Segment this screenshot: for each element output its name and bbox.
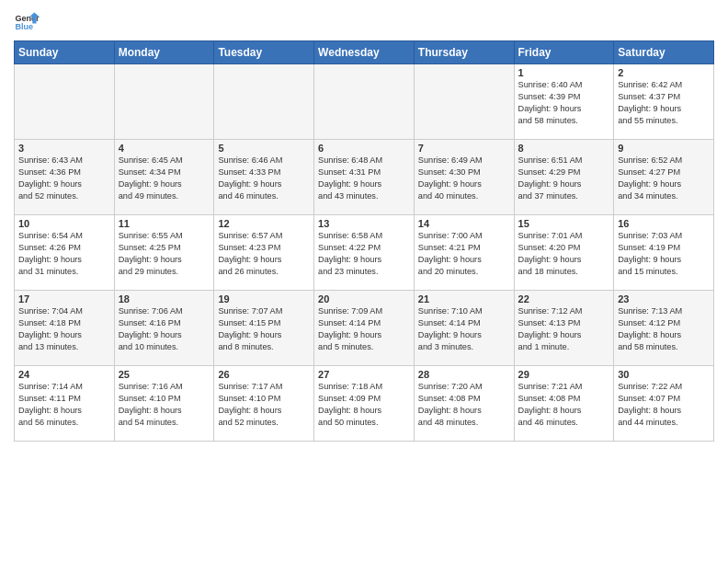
day-number: 1	[518, 67, 610, 78]
header: General Blue	[14, 9, 714, 35]
day-number: 7	[418, 143, 510, 154]
day-number: 10	[18, 218, 110, 229]
day-number: 8	[518, 143, 610, 154]
calendar-cell: 26Sunrise: 7:17 AM Sunset: 4:10 PM Dayli…	[214, 366, 314, 442]
day-number: 19	[218, 293, 310, 304]
day-number: 18	[119, 293, 210, 304]
calendar-cell: 15Sunrise: 7:01 AM Sunset: 4:20 PM Dayli…	[514, 215, 614, 291]
calendar-cell: 6Sunrise: 6:48 AM Sunset: 4:31 PM Daylig…	[314, 140, 415, 215]
calendar-cell	[414, 64, 514, 140]
day-number: 13	[318, 218, 410, 229]
calendar-cell: 20Sunrise: 7:09 AM Sunset: 4:14 PM Dayli…	[314, 291, 415, 366]
day-info: Sunrise: 6:51 AM Sunset: 4:29 PM Dayligh…	[518, 155, 610, 202]
day-number: 2	[618, 67, 710, 78]
day-number: 22	[518, 293, 610, 304]
day-number: 26	[218, 369, 310, 380]
page: General Blue SundayMondayTuesdayWednesda…	[0, 0, 728, 563]
day-info: Sunrise: 6:54 AM Sunset: 4:26 PM Dayligh…	[18, 230, 110, 278]
day-number: 3	[18, 143, 110, 154]
day-info: Sunrise: 6:52 AM Sunset: 4:27 PM Dayligh…	[618, 155, 710, 202]
day-info: Sunrise: 7:16 AM Sunset: 4:10 PM Dayligh…	[119, 381, 210, 429]
day-info: Sunrise: 7:04 AM Sunset: 4:18 PM Dayligh…	[18, 305, 110, 353]
calendar-cell: 16Sunrise: 7:03 AM Sunset: 4:19 PM Dayli…	[614, 215, 714, 291]
calendar-cell: 14Sunrise: 7:00 AM Sunset: 4:21 PM Dayli…	[414, 215, 514, 291]
weekday-header-friday: Friday	[514, 41, 614, 64]
day-number: 21	[418, 293, 510, 304]
day-info: Sunrise: 6:45 AM Sunset: 4:34 PM Dayligh…	[119, 155, 210, 202]
calendar-cell: 25Sunrise: 7:16 AM Sunset: 4:10 PM Dayli…	[114, 366, 214, 442]
day-number: 27	[318, 369, 410, 380]
calendar-cell: 17Sunrise: 7:04 AM Sunset: 4:18 PM Dayli…	[15, 291, 115, 366]
day-info: Sunrise: 6:46 AM Sunset: 4:33 PM Dayligh…	[218, 155, 310, 202]
day-number: 12	[218, 218, 310, 229]
day-info: Sunrise: 6:43 AM Sunset: 4:36 PM Dayligh…	[18, 155, 110, 202]
calendar-cell: 23Sunrise: 7:13 AM Sunset: 4:12 PM Dayli…	[614, 291, 714, 366]
day-info: Sunrise: 7:18 AM Sunset: 4:09 PM Dayligh…	[318, 381, 410, 429]
calendar-cell: 7Sunrise: 6:49 AM Sunset: 4:30 PM Daylig…	[414, 140, 514, 215]
day-info: Sunrise: 6:42 AM Sunset: 4:37 PM Dayligh…	[618, 79, 710, 127]
calendar-cell: 5Sunrise: 6:46 AM Sunset: 4:33 PM Daylig…	[214, 140, 314, 215]
calendar-cell: 28Sunrise: 7:20 AM Sunset: 4:08 PM Dayli…	[414, 366, 514, 442]
calendar-cell	[314, 64, 415, 140]
day-info: Sunrise: 6:49 AM Sunset: 4:30 PM Dayligh…	[418, 155, 510, 202]
calendar-cell	[114, 64, 214, 140]
day-info: Sunrise: 7:00 AM Sunset: 4:21 PM Dayligh…	[418, 230, 510, 278]
calendar-cell: 19Sunrise: 7:07 AM Sunset: 4:15 PM Dayli…	[214, 291, 314, 366]
day-number: 9	[618, 143, 710, 154]
weekday-header-thursday: Thursday	[414, 41, 514, 64]
day-number: 23	[618, 293, 710, 304]
day-number: 28	[418, 369, 510, 380]
calendar-cell: 12Sunrise: 6:57 AM Sunset: 4:23 PM Dayli…	[214, 215, 314, 291]
day-info: Sunrise: 7:22 AM Sunset: 4:07 PM Dayligh…	[618, 381, 710, 429]
day-number: 29	[518, 369, 610, 380]
day-number: 14	[418, 218, 510, 229]
day-number: 17	[18, 293, 110, 304]
calendar-cell: 2Sunrise: 6:42 AM Sunset: 4:37 PM Daylig…	[614, 64, 714, 140]
calendar-cell: 9Sunrise: 6:52 AM Sunset: 4:27 PM Daylig…	[614, 140, 714, 215]
day-info: Sunrise: 7:20 AM Sunset: 4:08 PM Dayligh…	[418, 381, 510, 429]
calendar-cell: 11Sunrise: 6:55 AM Sunset: 4:25 PM Dayli…	[114, 215, 214, 291]
day-info: Sunrise: 7:12 AM Sunset: 4:13 PM Dayligh…	[518, 305, 610, 353]
day-info: Sunrise: 7:07 AM Sunset: 4:15 PM Dayligh…	[218, 305, 310, 353]
calendar-cell: 1Sunrise: 6:40 AM Sunset: 4:39 PM Daylig…	[514, 64, 614, 140]
day-info: Sunrise: 7:10 AM Sunset: 4:14 PM Dayligh…	[418, 305, 510, 353]
day-info: Sunrise: 7:03 AM Sunset: 4:19 PM Dayligh…	[618, 230, 710, 278]
day-number: 5	[218, 143, 310, 154]
day-info: Sunrise: 6:57 AM Sunset: 4:23 PM Dayligh…	[218, 230, 310, 278]
weekday-header-wednesday: Wednesday	[314, 41, 415, 64]
weekday-header-tuesday: Tuesday	[214, 41, 314, 64]
day-number: 6	[318, 143, 410, 154]
day-number: 11	[119, 218, 210, 229]
day-info: Sunrise: 7:21 AM Sunset: 4:08 PM Dayligh…	[518, 381, 610, 429]
day-info: Sunrise: 6:48 AM Sunset: 4:31 PM Dayligh…	[318, 155, 410, 202]
calendar-cell: 21Sunrise: 7:10 AM Sunset: 4:14 PM Dayli…	[414, 291, 514, 366]
day-number: 24	[18, 369, 110, 380]
logo-icon: General Blue	[14, 9, 40, 35]
day-number: 20	[318, 293, 410, 304]
calendar-cell: 22Sunrise: 7:12 AM Sunset: 4:13 PM Dayli…	[514, 291, 614, 366]
calendar-cell: 13Sunrise: 6:58 AM Sunset: 4:22 PM Dayli…	[314, 215, 415, 291]
calendar-cell: 30Sunrise: 7:22 AM Sunset: 4:07 PM Dayli…	[614, 366, 714, 442]
day-info: Sunrise: 7:09 AM Sunset: 4:14 PM Dayligh…	[318, 305, 410, 353]
calendar: SundayMondayTuesdayWednesdayThursdayFrid…	[14, 40, 714, 442]
day-info: Sunrise: 6:40 AM Sunset: 4:39 PM Dayligh…	[518, 79, 610, 127]
day-info: Sunrise: 6:55 AM Sunset: 4:25 PM Dayligh…	[119, 230, 210, 278]
calendar-cell: 18Sunrise: 7:06 AM Sunset: 4:16 PM Dayli…	[114, 291, 214, 366]
weekday-header-sunday: Sunday	[15, 41, 115, 64]
calendar-cell: 8Sunrise: 6:51 AM Sunset: 4:29 PM Daylig…	[514, 140, 614, 215]
day-number: 15	[518, 218, 610, 229]
day-info: Sunrise: 6:58 AM Sunset: 4:22 PM Dayligh…	[318, 230, 410, 278]
calendar-cell: 24Sunrise: 7:14 AM Sunset: 4:11 PM Dayli…	[15, 366, 115, 442]
day-number: 25	[119, 369, 210, 380]
calendar-cell: 27Sunrise: 7:18 AM Sunset: 4:09 PM Dayli…	[314, 366, 415, 442]
day-number: 16	[618, 218, 710, 229]
day-info: Sunrise: 7:01 AM Sunset: 4:20 PM Dayligh…	[518, 230, 610, 278]
logo: General Blue	[14, 9, 40, 35]
calendar-cell	[214, 64, 314, 140]
weekday-header-monday: Monday	[114, 41, 214, 64]
day-info: Sunrise: 7:06 AM Sunset: 4:16 PM Dayligh…	[119, 305, 210, 353]
day-number: 30	[618, 369, 710, 380]
calendar-cell: 4Sunrise: 6:45 AM Sunset: 4:34 PM Daylig…	[114, 140, 214, 215]
calendar-cell: 10Sunrise: 6:54 AM Sunset: 4:26 PM Dayli…	[15, 215, 115, 291]
day-info: Sunrise: 7:13 AM Sunset: 4:12 PM Dayligh…	[618, 305, 710, 353]
